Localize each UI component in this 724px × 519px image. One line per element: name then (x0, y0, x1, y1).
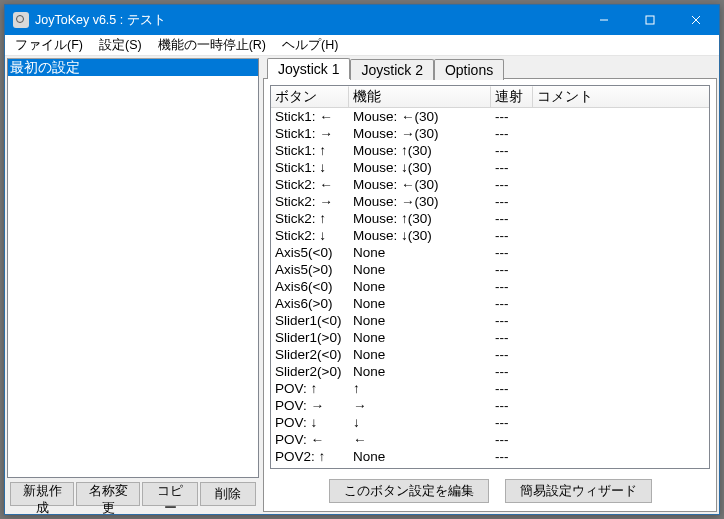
table-row[interactable]: Stick1: ↓Mouse: ↓(30)--- (271, 159, 709, 176)
table-row[interactable]: Slider1(>0)None--- (271, 329, 709, 346)
svg-rect-1 (646, 16, 654, 24)
titlebar[interactable]: JoyToKey v6.5 : テスト (5, 5, 719, 35)
table-row[interactable]: Stick2: ←Mouse: ←(30)--- (271, 176, 709, 193)
table-row[interactable]: POV: ←←--- (271, 431, 709, 448)
menu-file[interactable]: ファイル(F) (7, 37, 91, 54)
table-row[interactable]: Stick1: ↑Mouse: ↑(30)--- (271, 142, 709, 159)
tab-joystick-1[interactable]: Joystick 1 (267, 58, 350, 79)
profile-item[interactable]: 最初の設定 (8, 59, 258, 76)
tab-options[interactable]: Options (434, 59, 504, 80)
table-row[interactable]: Axis6(<0)None--- (271, 278, 709, 295)
maximize-button[interactable] (627, 5, 673, 35)
menu-pause[interactable]: 機能の一時停止(R) (150, 37, 274, 54)
profile-buttons: 新規作成 名称変更 コピー 削除 (7, 478, 259, 512)
table-row[interactable]: Axis6(>0)None--- (271, 295, 709, 312)
col-comment[interactable]: コメント (533, 86, 709, 107)
mapping-table[interactable]: ボタン 機能 連射 コメント Stick1: ←Mouse: ←(30)---S… (270, 85, 710, 469)
table-header: ボタン 機能 連射 コメント (271, 86, 709, 108)
table-row[interactable]: Stick2: →Mouse: →(30)--- (271, 193, 709, 210)
table-row[interactable]: Slider2(<0)None--- (271, 346, 709, 363)
menu-help[interactable]: ヘルプ(H) (274, 37, 346, 54)
delete-button[interactable]: 削除 (200, 482, 256, 506)
minimize-button[interactable] (581, 5, 627, 35)
table-row[interactable]: POV: ↑↑--- (271, 380, 709, 397)
table-row[interactable]: Axis5(<0)None--- (271, 244, 709, 261)
tab-joystick-2[interactable]: Joystick 2 (350, 59, 433, 80)
window-title: JoyToKey v6.5 : テスト (35, 12, 581, 29)
table-row[interactable]: Stick1: →Mouse: →(30)--- (271, 125, 709, 142)
col-repeat[interactable]: 連射 (491, 86, 533, 107)
table-row[interactable]: Stick1: ←Mouse: ←(30)--- (271, 108, 709, 125)
new-button[interactable]: 新規作成 (10, 482, 74, 506)
edit-mapping-button[interactable]: このボタン設定を編集 (329, 479, 489, 503)
col-button[interactable]: ボタン (271, 86, 349, 107)
menubar: ファイル(F) 設定(S) 機能の一時停止(R) ヘルプ(H) (5, 35, 719, 56)
table-body[interactable]: Stick1: ←Mouse: ←(30)---Stick1: →Mouse: … (271, 108, 709, 468)
menu-settings[interactable]: 設定(S) (91, 37, 150, 54)
app-window: JoyToKey v6.5 : テスト ファイル(F) 設定(S) 機能の一時停… (4, 4, 720, 515)
close-button[interactable] (673, 5, 719, 35)
table-row[interactable]: POV: →→--- (271, 397, 709, 414)
table-row[interactable]: Stick2: ↑Mouse: ↑(30)--- (271, 210, 709, 227)
table-row[interactable]: POV2: ↑None--- (271, 448, 709, 465)
client-area: 最初の設定 新規作成 名称変更 コピー 削除 Joystick 1Joystic… (5, 56, 719, 514)
table-row[interactable]: Axis5(>0)None--- (271, 261, 709, 278)
tab-strip: Joystick 1Joystick 2Options (263, 58, 717, 79)
table-row[interactable]: Stick2: ↓Mouse: ↓(30)--- (271, 227, 709, 244)
copy-button[interactable]: コピー (142, 482, 198, 506)
profile-list[interactable]: 最初の設定 (7, 58, 259, 478)
table-row[interactable]: Slider2(>0)None--- (271, 363, 709, 380)
right-buttons: このボタン設定を編集 簡易設定ウィザード (264, 475, 716, 511)
rename-button[interactable]: 名称変更 (76, 482, 140, 506)
table-row[interactable]: POV: ↓↓--- (271, 414, 709, 431)
left-panel: 最初の設定 新規作成 名称変更 コピー 削除 (7, 58, 259, 512)
wizard-button[interactable]: 簡易設定ウィザード (505, 479, 652, 503)
app-icon (13, 12, 29, 28)
table-row[interactable]: Slider1(<0)None--- (271, 312, 709, 329)
tab-page: ボタン 機能 連射 コメント Stick1: ←Mouse: ←(30)---S… (263, 78, 717, 512)
right-panel: Joystick 1Joystick 2Options ボタン 機能 連射 コメ… (263, 58, 717, 512)
col-function[interactable]: 機能 (349, 86, 491, 107)
